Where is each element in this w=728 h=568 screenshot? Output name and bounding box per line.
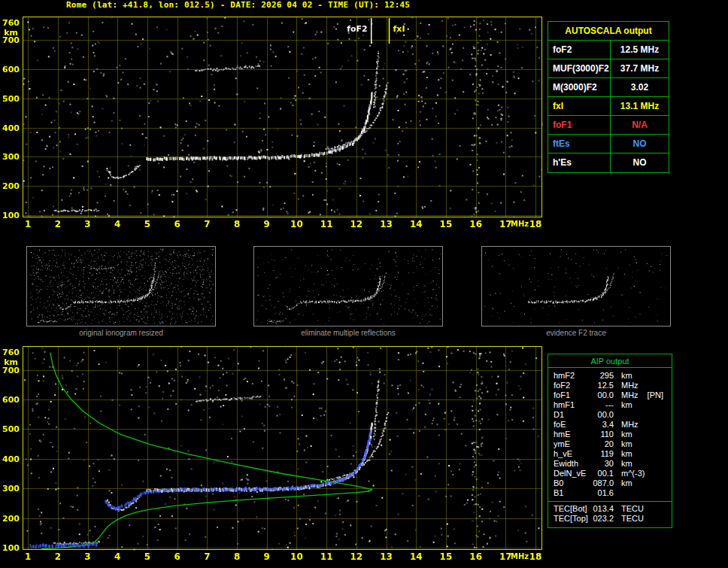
autoscala-window: Rome (lat: +41.8, lon: 012.5) - DATE: 20… <box>0 0 728 568</box>
row-unit: TECU <box>621 514 644 524</box>
autoscala-table: AUTOSCALA outputfoF212.5 MHzMUF(3000)F23… <box>548 21 669 173</box>
aip-table-title: AIP output <box>548 354 672 368</box>
table-row: hmF2295km <box>548 371 672 381</box>
table-row: foF212.5MHz <box>548 381 672 390</box>
table-row: h_vE119km <box>548 449 672 459</box>
table-row: M(3000)F23.02 <box>548 78 669 97</box>
row-label: M(3000)F2 <box>548 78 611 96</box>
table-row: foF212.5 MHz <box>548 41 669 59</box>
row-unit: m^(-3) <box>621 469 645 478</box>
table-row: Ewidth30km <box>548 459 672 469</box>
row-label: B0 <box>554 478 593 488</box>
thumbnail-caption-f2trace: evidence F2 trace <box>481 329 671 337</box>
row-label: DelN_vE <box>554 469 593 478</box>
row-unit: km <box>621 478 632 488</box>
aip-table: AIP outputhmF2295kmfoF212.5MHzfoF100.0MH… <box>548 354 672 528</box>
row-value: 00.1 <box>593 469 621 478</box>
row-value: 00.0 <box>593 390 621 400</box>
row-unit: MHz <box>621 381 639 390</box>
row-label: foF1 <box>548 116 611 134</box>
row-value: 023.2 <box>593 514 621 524</box>
row-value: 12.5 <box>593 381 621 390</box>
row-value: 3.02 <box>611 78 669 96</box>
aip-separator <box>548 501 672 502</box>
table-row: foF100.0MHz[PN] <box>548 390 672 400</box>
row-unit: km <box>621 439 632 449</box>
table-row: foF1N/A <box>548 116 669 135</box>
row-unit: km <box>621 400 632 410</box>
main-ionogram-chart <box>0 9 545 235</box>
row-label: foF2 <box>548 41 611 59</box>
row-label: hmE <box>554 430 593 439</box>
row-label: MUF(3000)F2 <box>548 59 611 77</box>
table-row: TEC[Top]023.2TECU <box>548 514 672 524</box>
thumbnail-original-ionogram <box>26 246 216 327</box>
row-value: 3.4 <box>593 420 621 430</box>
row-value: 013.4 <box>593 504 621 514</box>
row-label: TEC[Bot] <box>554 504 593 514</box>
row-value: 37.7 MHz <box>611 59 669 77</box>
row-label: ymE <box>554 439 593 449</box>
row-label: hmF2 <box>554 371 593 381</box>
row-label: h'Es <box>548 153 611 172</box>
row-label: fxI <box>548 97 611 115</box>
row-value: NO <box>611 135 669 153</box>
row-value: NO <box>611 153 669 172</box>
row-flag: [PN] <box>648 390 663 400</box>
row-label: TEC[Top] <box>554 514 593 524</box>
table-row: fxI13.1 MHz <box>548 97 669 116</box>
autoscala-table-title: AUTOSCALA output <box>548 22 669 41</box>
table-row: B101.6 <box>548 488 672 498</box>
table-row: hmF1---km <box>548 400 672 410</box>
row-label: h_vE <box>554 449 593 459</box>
row-label: D1 <box>554 410 593 420</box>
table-row: hmE110km <box>548 430 672 439</box>
row-label: foE <box>554 420 593 430</box>
row-value: --- <box>593 400 621 410</box>
row-label: foF1 <box>554 390 593 400</box>
row-label: ftEs <box>548 135 611 153</box>
row-label: B1 <box>554 488 593 498</box>
table-row: ymE20km <box>548 439 672 449</box>
row-value: 119 <box>593 449 621 459</box>
row-unit: km <box>621 371 632 381</box>
table-row: MUF(3000)F237.7 MHz <box>548 59 669 78</box>
row-value: 00.0 <box>593 410 621 420</box>
table-row: B0087.0km <box>548 478 672 488</box>
thumbnail-eliminate-multiples <box>253 246 443 327</box>
row-unit: km <box>621 430 632 439</box>
row-value: 01.6 <box>593 488 621 498</box>
thumbnail-caption-original: original ionogram resized <box>26 329 216 337</box>
row-unit: km <box>621 449 632 459</box>
row-unit: km <box>621 459 632 469</box>
table-row: foE3.4MHz <box>548 420 672 430</box>
table-row: TEC[Bot]013.4TECU <box>548 504 672 514</box>
row-value: 12.5 MHz <box>611 41 669 59</box>
table-row: h'EsNO <box>548 153 669 172</box>
row-unit: MHz <box>621 390 639 400</box>
profile-ionogram-chart <box>0 341 545 568</box>
row-value: 110 <box>593 430 621 439</box>
row-value: 087.0 <box>593 478 621 488</box>
row-value: 295 <box>593 371 621 381</box>
row-value: 13.1 MHz <box>611 97 669 115</box>
thumbnail-caption-multiples: eliminate multiple reflections <box>253 329 443 337</box>
row-unit: MHz <box>621 420 639 430</box>
row-unit: TECU <box>621 504 644 514</box>
table-row: ftEsNO <box>548 135 669 153</box>
row-value: 30 <box>593 459 621 469</box>
table-row: DelN_vE00.1m^(-3) <box>548 469 672 478</box>
row-label: hmF1 <box>554 400 593 410</box>
row-value: 20 <box>593 439 621 449</box>
row-label: Ewidth <box>554 459 593 469</box>
row-value: N/A <box>611 116 669 134</box>
row-label: foF2 <box>554 381 593 390</box>
table-row: D100.0 <box>548 410 672 420</box>
thumbnail-evidence-f2-trace <box>481 246 671 327</box>
